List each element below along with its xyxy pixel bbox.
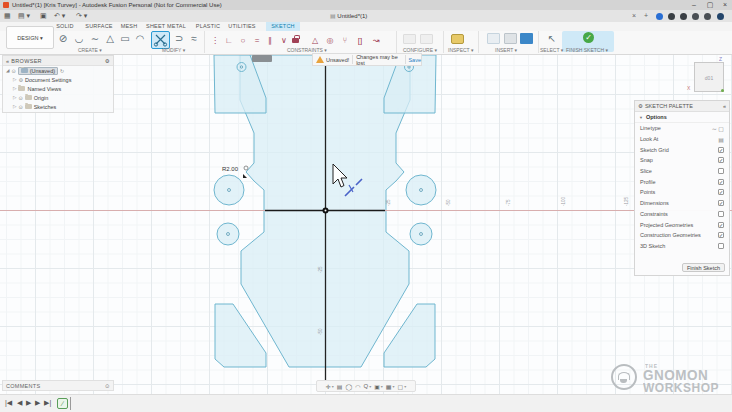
tab-mesh[interactable]: MESH (119, 22, 139, 31)
points-checkbox[interactable]: ✓ (718, 189, 724, 195)
dimensions-checkbox[interactable]: ✓ (718, 200, 724, 206)
tab-surface[interactable]: SURFACE (84, 22, 114, 31)
save-icon[interactable]: ▣ (40, 12, 47, 20)
app-grid-icon[interactable]: ▦ (4, 12, 11, 20)
inspect-group-label[interactable]: INSPECT ▾ (448, 47, 473, 53)
3d-sketch-checkbox[interactable] (718, 243, 724, 249)
linetype-icons[interactable]: ∼ ▢ (712, 125, 724, 132)
tab-sketch[interactable]: SKETCH (266, 22, 300, 31)
fix-lock-icon[interactable] (292, 38, 299, 43)
slot-icon[interactable]: ▭ (118, 33, 132, 45)
profile-avatar[interactable] (717, 13, 724, 20)
construction-geometries-checkbox[interactable]: ✓ (718, 232, 724, 238)
grid-snaps-icon[interactable]: ▦ (386, 383, 392, 390)
insert-derive-icon[interactable] (487, 33, 500, 44)
configure-icon-1[interactable] (403, 34, 416, 44)
pan-icon[interactable]: ✛ (326, 383, 331, 390)
finish-sketch-group-label[interactable]: FINISH SKETCH ▾ (566, 47, 608, 53)
measure-icon[interactable] (451, 34, 464, 44)
browser-gear-icon[interactable]: ⚙ (105, 58, 110, 64)
eye-icon[interactable]: ⊙ (18, 95, 22, 101)
sync-status-icon[interactable]: ↻ (60, 68, 64, 74)
minimize-button[interactable]: – (688, 1, 700, 9)
sketch-grid-checkbox[interactable]: ✓ (718, 147, 724, 153)
fit-icon[interactable]: ▤ (337, 383, 343, 390)
close-button[interactable]: × (719, 1, 731, 9)
play-icon[interactable]: ▶ (26, 399, 31, 407)
step-forward-icon[interactable]: ▶ (35, 399, 40, 407)
browser-item-sketches[interactable]: ▷ ⊙ Sketches (3, 102, 113, 111)
spline-icon[interactable]: ∼ (88, 33, 102, 45)
redo-icon[interactable]: ↷ ▾ (76, 12, 87, 20)
snap-checkbox[interactable]: ✓ (718, 157, 724, 163)
viewports-icon[interactable]: ▢ (398, 383, 404, 390)
fillet-icon[interactable]: ◠ (133, 33, 147, 45)
design-dropdown[interactable]: DESIGN ▾ (6, 26, 54, 49)
parallel-icon[interactable]: ∥ (263, 35, 277, 47)
undo-icon[interactable]: ↶ ▾ (54, 12, 65, 20)
curvature-icon[interactable]: ↝ (369, 35, 383, 47)
display-settings-icon[interactable]: ▣ (374, 383, 380, 390)
extensions-icon[interactable] (656, 13, 663, 20)
browser-item-document-settings[interactable]: ▷ ⚙ Document Settings (3, 75, 113, 84)
coincident-icon[interactable]: ⋮ (208, 35, 222, 47)
offset-icon[interactable]: ≈ (187, 33, 201, 45)
browser-collapse-icon[interactable]: « (6, 58, 9, 64)
slice-checkbox[interactable] (718, 168, 724, 174)
insert-canvas-icon[interactable] (520, 33, 533, 44)
timeline-position-marker[interactable] (70, 397, 71, 410)
browser-root-row[interactable]: ◢ ⊙ (Unsaved) ↻ (3, 66, 113, 75)
projected-geometries-checkbox[interactable]: ✓ (718, 222, 724, 228)
eye-icon[interactable]: ⊙ (18, 104, 22, 110)
look-at-icon[interactable]: ▤ (718, 136, 724, 143)
perpendicular-icon[interactable]: ∟ (222, 35, 236, 47)
profile-checkbox[interactable]: ✓ (718, 179, 724, 185)
midpoint-icon[interactable]: ⑂ (338, 35, 352, 47)
tab-solid[interactable]: SOLID (53, 22, 77, 31)
select-icon[interactable]: ↖ (545, 33, 559, 45)
tab-utilities[interactable]: UTILITIES (227, 22, 257, 31)
go-to-start-icon[interactable]: |◀ (5, 399, 12, 407)
horizontal-vertical-icon[interactable]: ∨ (277, 35, 291, 47)
eye-icon[interactable]: ⊙ (11, 68, 15, 74)
look-at-icon[interactable]: ◠ (355, 383, 360, 390)
two-point-circle-icon[interactable]: ⊘ (56, 33, 70, 45)
symmetry-icon[interactable]: [] (353, 35, 367, 47)
maximize-button[interactable]: ▢ (704, 1, 716, 9)
timeline-sketch-feature[interactable]: ∕ (57, 398, 68, 409)
concentric-icon[interactable]: ◎ (323, 35, 337, 47)
help-icon[interactable] (692, 13, 699, 20)
job-status-icon[interactable] (668, 13, 675, 20)
tab-new-icon[interactable]: + (644, 12, 648, 19)
palette-collapse-icon[interactable]: « (723, 103, 726, 109)
browser-item-origin[interactable]: ▷ ⊙ Origin (3, 93, 113, 102)
tab-plastic[interactable]: PLASTIC (194, 22, 222, 31)
select-group-label[interactable]: SELECT ▾ (540, 47, 563, 53)
account-icon[interactable] (704, 13, 711, 20)
arc-icon[interactable]: ◡ (72, 33, 86, 45)
tab-sheet-metal[interactable]: SHEET METAL (144, 22, 188, 31)
step-back-icon[interactable]: ◀ (17, 399, 22, 407)
create-group-label[interactable]: CREATE ▾ (78, 47, 102, 53)
save-link[interactable]: Save (408, 57, 421, 63)
viewcube[interactable]: d01 (694, 62, 724, 92)
extend-icon[interactable]: ⊃ (172, 33, 186, 45)
triangle-constraint-icon[interactable]: △ (308, 35, 322, 47)
insert-group-label[interactable]: INSERT ▾ (495, 47, 517, 53)
go-to-end-icon[interactable]: ▶| (44, 399, 51, 407)
file-icon[interactable]: ▤ ▾ (18, 12, 30, 20)
browser-item-named-views[interactable]: ▷ Named Views (3, 84, 113, 93)
palette-options-section[interactable]: ▼ Options (635, 112, 729, 123)
palette-gear-icon[interactable]: ⚙ (638, 103, 643, 109)
comments-icon[interactable]: ⊙ (105, 383, 110, 389)
insert-decal-icon[interactable] (504, 33, 517, 44)
orbit-icon[interactable]: ◯ (346, 383, 353, 390)
zoom-icon[interactable]: Q (363, 383, 368, 389)
configure-icon-2[interactable] (420, 34, 433, 44)
tangent-icon[interactable]: ○ (236, 35, 250, 47)
tab-close-icon[interactable]: × (632, 12, 636, 19)
finish-sketch-palette-button[interactable]: Finish Sketch (682, 263, 725, 272)
document-tab[interactable]: ▤ Untitled*(1) (330, 12, 367, 19)
comments-bar[interactable]: COMMENTS ⊙ (2, 380, 114, 391)
polygon-icon[interactable]: △ (103, 33, 117, 45)
